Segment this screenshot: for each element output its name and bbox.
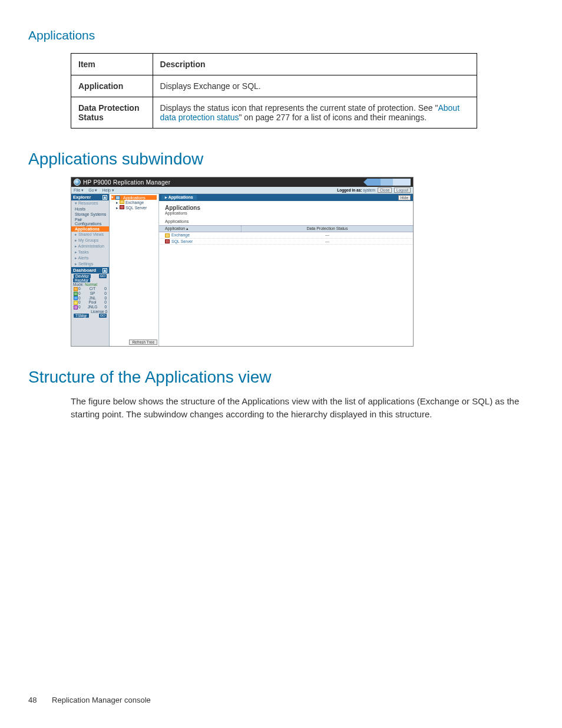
page-footer: 48 Replication Manager console — [28, 696, 151, 704]
sql-icon — [165, 239, 170, 243]
nav-alerts[interactable]: ▸ Alerts — [71, 255, 109, 261]
nav-tasks[interactable]: ▸ Tasks — [71, 249, 109, 255]
logout-button[interactable]: Logout — [394, 187, 411, 193]
menu-help[interactable]: Help ▾ — [102, 188, 114, 192]
sql-icon — [120, 205, 124, 209]
nav-storage-systems[interactable]: Storage Systems — [71, 212, 109, 217]
nav-applications[interactable]: Applications — [71, 226, 109, 232]
dash-license: License 0 — [73, 309, 107, 314]
dash-devmgr[interactable]: DevMgr — [74, 274, 91, 278]
menu-left: File ▾ Go ▾ Help ▾ — [74, 188, 118, 193]
collapse-icon[interactable]: ▴ — [103, 195, 107, 200]
dash-go[interactable]: GO — [99, 274, 107, 278]
table-row-desc: Displays the status icon that represents… — [153, 97, 477, 129]
table-row-label: Application — [71, 75, 153, 97]
nav-my-groups[interactable]: ▸ My Groups — [71, 238, 109, 243]
folder-icon — [115, 196, 120, 200]
dash-go[interactable]: GO — [99, 314, 107, 318]
status-icon — [74, 296, 78, 300]
desc-pre: Displays the status icon that represents… — [160, 103, 438, 113]
app-titlebar: HP P9000 Replication Manager — [71, 177, 413, 187]
table-row-desc: Displays Exchange or SQL. — [153, 75, 477, 97]
table-row-label: Data Protection Status — [71, 97, 153, 129]
close-button[interactable]: Close — [378, 187, 392, 193]
nav-pair-configurations[interactable]: Pair Configurations — [71, 217, 109, 226]
dash-tsmgr[interactable]: TSMgr — [74, 314, 89, 318]
breadcrumb: Applications — [165, 211, 407, 215]
col-application[interactable]: Application ▴ — [159, 226, 242, 232]
status-icon — [74, 305, 78, 309]
nav-hosts[interactable]: Hosts — [71, 206, 109, 212]
dash-repmgr[interactable]: RepMgr — [73, 278, 90, 282]
tabbar: ▸ Applications Hide — [159, 194, 413, 201]
applications-table: Item Description Application Displays Ex… — [71, 53, 477, 129]
login-status: Logged in as: system Close Logout — [337, 188, 411, 192]
nav-resources[interactable]: ▾ Resources — [71, 200, 109, 206]
explorer-header: Explorer▴ — [71, 194, 109, 200]
menu-go[interactable]: Go ▾ — [88, 188, 97, 192]
tree-item-sql[interactable]: ▸ SQL Server — [111, 205, 157, 210]
tab-applications[interactable]: ▸ Applications — [161, 195, 197, 200]
result-table: Application ▴ Data Protection Status Exc… — [159, 225, 413, 245]
table-row[interactable]: SQL Server — — [159, 239, 413, 245]
status-icon — [74, 292, 78, 296]
page-number: 48 — [28, 696, 37, 704]
desc-post: " on page 277 for a list of icons and th… — [239, 113, 427, 122]
collapse-icon[interactable]: ▴ — [103, 268, 107, 273]
dashboard-header: Dashboard▴ — [71, 267, 109, 274]
subheading: Applications — [159, 218, 413, 225]
refresh-tree-button[interactable]: Refresh Tree — [129, 340, 157, 345]
doc-title: Replication Manager console — [52, 696, 151, 704]
explorer-sidebar: Explorer▴ ▾ Resources Hosts Storage Syst… — [71, 194, 110, 346]
exchange-icon — [165, 233, 170, 238]
table-header-item: Item — [71, 54, 153, 75]
table-row[interactable]: Exchange — — [159, 232, 413, 239]
tree-panel: ▾Applications ▸ Exchange ▸ SQL Server Re… — [110, 194, 159, 346]
nav-settings[interactable]: ▸ Settings — [71, 261, 109, 267]
screenshot: HP P9000 Replication Manager File ▾ Go ▾… — [71, 177, 414, 347]
section-subwindow-title: Applications subwindow — [28, 150, 534, 169]
main-heading: Applications — [165, 205, 407, 211]
brand-swoosh-icon — [363, 179, 411, 186]
status-icon — [74, 301, 78, 305]
tree-root[interactable]: ▾Applications — [111, 195, 157, 200]
status-icon — [74, 287, 78, 291]
section-structure-title: Structure of the Applications view — [28, 368, 534, 387]
dashboard-panel: DevMgrGO RepMgr Mode: Normal 0C/T0 0SP0 … — [71, 274, 109, 318]
exchange-icon — [120, 200, 124, 204]
col-status[interactable]: Data Protection Status — [242, 226, 413, 232]
menu-file[interactable]: File ▾ — [74, 188, 84, 192]
nav-shared-views[interactable]: ▸ Shared Views — [71, 232, 109, 238]
table-header-description: Description — [153, 54, 477, 75]
tree-item-exchange[interactable]: ▸ Exchange — [111, 200, 157, 205]
main-panel: ▸ Applications Hide Applications Applica… — [159, 194, 413, 346]
menubar: File ▾ Go ▾ Help ▾ Logged in as: system … — [71, 187, 413, 194]
app-title: HP P9000 Replication Manager — [83, 179, 170, 186]
structure-paragraph: The figure below shows the structure of … — [71, 395, 529, 421]
hide-button[interactable]: Hide — [398, 195, 411, 200]
hp-logo-icon — [74, 179, 81, 186]
nav-administration[interactable]: ▸ Administration — [71, 243, 109, 249]
section-applications-title: Applications — [28, 28, 534, 42]
